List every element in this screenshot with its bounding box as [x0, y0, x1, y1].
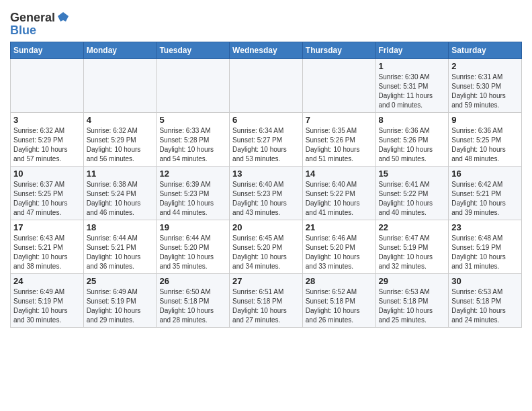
day-number: 11	[87, 169, 154, 179]
calendar-cell: 21Sunrise: 6:46 AM Sunset: 5:20 PM Dayli…	[302, 220, 375, 274]
day-info: Sunrise: 6:49 AM Sunset: 5:19 PM Dayligh…	[13, 287, 81, 325]
day-info: Sunrise: 6:38 AM Sunset: 5:24 PM Dayligh…	[87, 180, 154, 218]
day-info: Sunrise: 6:37 AM Sunset: 5:25 PM Dayligh…	[13, 180, 81, 218]
day-number: 20	[232, 222, 300, 232]
calendar-cell: 5Sunrise: 6:33 AM Sunset: 5:28 PM Daylig…	[157, 113, 230, 167]
day-number: 23	[451, 222, 519, 232]
calendar-cell: 15Sunrise: 6:41 AM Sunset: 5:22 PM Dayli…	[375, 167, 449, 220]
calendar-body: 1Sunrise: 6:30 AM Sunset: 5:31 PM Daylig…	[11, 59, 522, 328]
day-info: Sunrise: 6:44 AM Sunset: 5:21 PM Dayligh…	[87, 234, 154, 271]
day-number: 4	[87, 115, 154, 125]
day-number: 29	[379, 276, 446, 286]
logo: General Blue	[10, 11, 70, 38]
day-number: 24	[13, 276, 81, 286]
calendar-cell	[302, 59, 375, 113]
calendar-cell: 30Sunrise: 6:53 AM Sunset: 5:18 PM Dayli…	[449, 274, 522, 328]
day-number: 10	[13, 169, 81, 179]
day-info: Sunrise: 6:50 AM Sunset: 5:18 PM Dayligh…	[159, 287, 226, 325]
calendar-cell: 2Sunrise: 6:31 AM Sunset: 5:30 PM Daylig…	[449, 59, 522, 113]
calendar-cell	[230, 59, 303, 113]
calendar-week-row: 17Sunrise: 6:43 AM Sunset: 5:21 PM Dayli…	[11, 220, 522, 274]
calendar-cell: 9Sunrise: 6:36 AM Sunset: 5:25 PM Daylig…	[449, 113, 522, 167]
calendar-cell: 29Sunrise: 6:53 AM Sunset: 5:18 PM Dayli…	[375, 274, 449, 328]
day-info: Sunrise: 6:46 AM Sunset: 5:20 PM Dayligh…	[306, 234, 373, 271]
svg-marker-0	[58, 12, 69, 21]
calendar-cell: 28Sunrise: 6:52 AM Sunset: 5:18 PM Dayli…	[302, 274, 375, 328]
day-number: 2	[451, 61, 519, 71]
day-number: 6	[232, 115, 300, 125]
calendar-cell: 16Sunrise: 6:42 AM Sunset: 5:21 PM Dayli…	[449, 167, 522, 220]
day-number: 18	[87, 222, 154, 232]
day-info: Sunrise: 6:31 AM Sunset: 5:30 PM Dayligh…	[451, 73, 519, 110]
day-info: Sunrise: 6:34 AM Sunset: 5:27 PM Dayligh…	[232, 126, 300, 164]
day-number: 3	[13, 115, 81, 125]
logo-blue-text: Blue	[10, 24, 70, 38]
day-info: Sunrise: 6:44 AM Sunset: 5:20 PM Dayligh…	[159, 234, 226, 271]
calendar-cell: 10Sunrise: 6:37 AM Sunset: 5:25 PM Dayli…	[11, 167, 84, 220]
day-info: Sunrise: 6:39 AM Sunset: 5:23 PM Dayligh…	[159, 180, 226, 218]
day-info: Sunrise: 6:36 AM Sunset: 5:26 PM Dayligh…	[379, 126, 446, 164]
day-number: 14	[306, 169, 373, 179]
day-number: 30	[451, 276, 519, 286]
calendar-week-row: 3Sunrise: 6:32 AM Sunset: 5:29 PM Daylig…	[11, 113, 522, 167]
day-info: Sunrise: 6:33 AM Sunset: 5:28 PM Dayligh…	[159, 126, 226, 164]
day-info: Sunrise: 6:51 AM Sunset: 5:18 PM Dayligh…	[232, 287, 300, 325]
calendar-col-header: Tuesday	[157, 42, 230, 59]
day-info: Sunrise: 6:36 AM Sunset: 5:25 PM Dayligh…	[451, 126, 519, 164]
calendar-cell: 20Sunrise: 6:45 AM Sunset: 5:20 PM Dayli…	[230, 220, 303, 274]
calendar-header: SundayMondayTuesdayWednesdayThursdayFrid…	[11, 42, 522, 59]
calendar-cell	[83, 59, 157, 113]
day-info: Sunrise: 6:32 AM Sunset: 5:29 PM Dayligh…	[87, 126, 154, 164]
day-number: 9	[451, 115, 519, 125]
calendar-cell: 12Sunrise: 6:39 AM Sunset: 5:23 PM Dayli…	[157, 167, 230, 220]
day-number: 21	[306, 222, 373, 232]
day-number: 13	[232, 169, 300, 179]
logo-general-text: General	[10, 11, 55, 25]
calendar-cell: 7Sunrise: 6:35 AM Sunset: 5:26 PM Daylig…	[302, 113, 375, 167]
logo-flag-icon	[56, 11, 70, 24]
calendar-col-header: Thursday	[302, 42, 375, 59]
day-number: 12	[159, 169, 226, 179]
day-info: Sunrise: 6:49 AM Sunset: 5:19 PM Dayligh…	[87, 287, 154, 325]
day-info: Sunrise: 6:40 AM Sunset: 5:22 PM Dayligh…	[306, 180, 373, 218]
calendar-cell	[11, 59, 84, 113]
day-number: 5	[159, 115, 226, 125]
calendar-cell: 24Sunrise: 6:49 AM Sunset: 5:19 PM Dayli…	[11, 274, 84, 328]
calendar-cell: 18Sunrise: 6:44 AM Sunset: 5:21 PM Dayli…	[83, 220, 157, 274]
calendar-cell: 23Sunrise: 6:48 AM Sunset: 5:19 PM Dayli…	[449, 220, 522, 274]
calendar-table: SundayMondayTuesdayWednesdayThursdayFrid…	[10, 42, 522, 328]
day-info: Sunrise: 6:42 AM Sunset: 5:21 PM Dayligh…	[451, 180, 519, 218]
day-number: 17	[13, 222, 81, 232]
calendar-cell: 13Sunrise: 6:40 AM Sunset: 5:23 PM Dayli…	[230, 167, 303, 220]
day-number: 7	[306, 115, 373, 125]
calendar-cell: 27Sunrise: 6:51 AM Sunset: 5:18 PM Dayli…	[230, 274, 303, 328]
calendar-cell: 25Sunrise: 6:49 AM Sunset: 5:19 PM Dayli…	[83, 274, 157, 328]
calendar-week-row: 10Sunrise: 6:37 AM Sunset: 5:25 PM Dayli…	[11, 167, 522, 220]
day-number: 15	[379, 169, 446, 179]
calendar-cell: 11Sunrise: 6:38 AM Sunset: 5:24 PM Dayli…	[83, 167, 157, 220]
day-number: 26	[159, 276, 226, 286]
day-info: Sunrise: 6:30 AM Sunset: 5:31 PM Dayligh…	[379, 73, 446, 110]
day-number: 27	[232, 276, 300, 286]
calendar-col-header: Monday	[83, 42, 157, 59]
calendar-cell: 8Sunrise: 6:36 AM Sunset: 5:26 PM Daylig…	[375, 113, 449, 167]
day-number: 19	[159, 222, 226, 232]
day-info: Sunrise: 6:53 AM Sunset: 5:18 PM Dayligh…	[451, 287, 519, 325]
calendar-cell: 3Sunrise: 6:32 AM Sunset: 5:29 PM Daylig…	[11, 113, 84, 167]
day-number: 25	[87, 276, 154, 286]
calendar-cell	[157, 59, 230, 113]
calendar-week-row: 1Sunrise: 6:30 AM Sunset: 5:31 PM Daylig…	[11, 59, 522, 113]
calendar-col-header: Friday	[375, 42, 449, 59]
calendar-col-header: Sunday	[11, 42, 84, 59]
day-info: Sunrise: 6:52 AM Sunset: 5:18 PM Dayligh…	[306, 287, 373, 325]
day-info: Sunrise: 6:47 AM Sunset: 5:19 PM Dayligh…	[379, 234, 446, 271]
calendar-col-header: Saturday	[449, 42, 522, 59]
day-info: Sunrise: 6:40 AM Sunset: 5:23 PM Dayligh…	[232, 180, 300, 218]
day-info: Sunrise: 6:53 AM Sunset: 5:18 PM Dayligh…	[379, 287, 446, 325]
day-info: Sunrise: 6:45 AM Sunset: 5:20 PM Dayligh…	[232, 234, 300, 271]
calendar-header-row: SundayMondayTuesdayWednesdayThursdayFrid…	[11, 42, 522, 59]
calendar-cell: 1Sunrise: 6:30 AM Sunset: 5:31 PM Daylig…	[375, 59, 449, 113]
day-number: 1	[379, 61, 446, 71]
day-number: 8	[379, 115, 446, 125]
calendar-cell: 22Sunrise: 6:47 AM Sunset: 5:19 PM Dayli…	[375, 220, 449, 274]
